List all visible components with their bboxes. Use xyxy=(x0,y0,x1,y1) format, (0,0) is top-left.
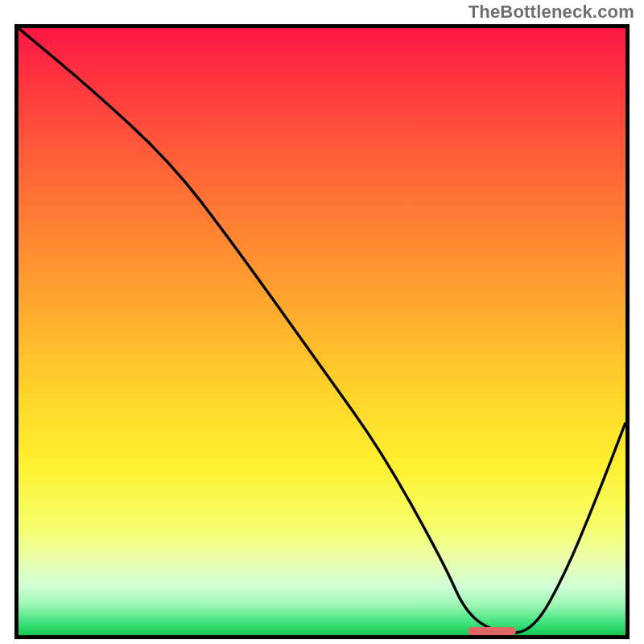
chart-container: TheBottleneck.com xyxy=(0,0,644,644)
attribution-text: TheBottleneck.com xyxy=(469,2,634,23)
plot-inner xyxy=(19,28,625,635)
bottleneck-curve xyxy=(19,28,625,635)
plot-frame xyxy=(14,24,630,639)
optimum-marker xyxy=(468,627,516,635)
